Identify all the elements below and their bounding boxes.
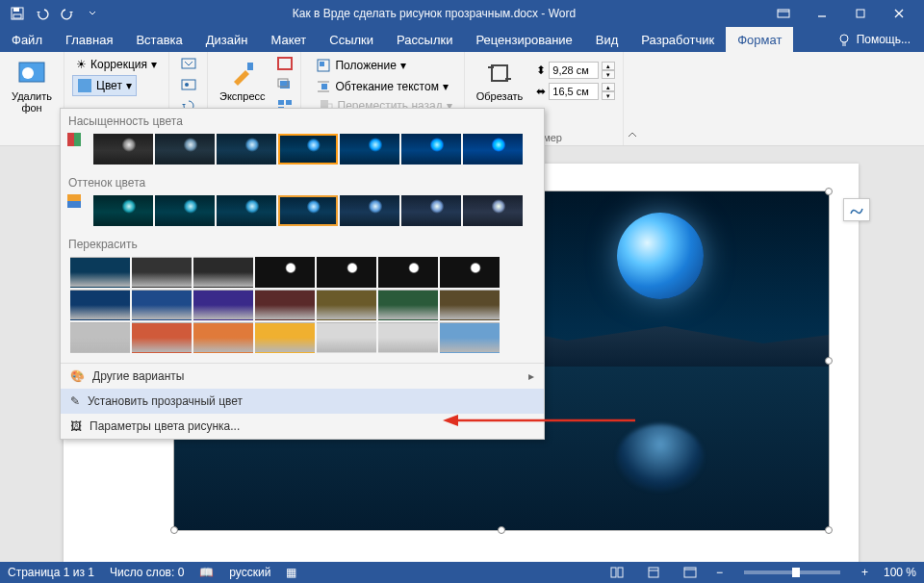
express-styles-button[interactable]: Экспресс (216, 56, 270, 104)
corrections-button[interactable]: ☀Коррекция▾ (72, 56, 161, 73)
color-thumb[interactable] (340, 195, 399, 226)
color-thumb[interactable] (440, 290, 500, 320)
color-thumb[interactable] (193, 322, 253, 353)
color-thumb[interactable] (155, 195, 215, 226)
macro-icon[interactable]: ▦ (286, 566, 296, 579)
ribbon-display-button[interactable] (764, 0, 803, 27)
set-transparent-color-item[interactable]: ✎Установить прозрачный цвет (61, 389, 544, 414)
spin-down[interactable]: ▾ (602, 91, 615, 100)
position-button[interactable]: Положение▾ (312, 56, 409, 75)
color-thumb[interactable] (132, 257, 192, 288)
close-button[interactable] (880, 0, 918, 27)
width-input[interactable]: ⬌▴▾ (536, 83, 615, 100)
color-thumb[interactable] (70, 257, 130, 288)
tab-mailings[interactable]: Рассылки (385, 27, 464, 52)
picture-border-icon[interactable] (277, 56, 293, 71)
color-thumb[interactable] (217, 195, 276, 226)
color-thumb[interactable] (378, 322, 438, 353)
color-thumb[interactable] (93, 134, 153, 165)
group-remove-bg: Удалить фон (0, 52, 64, 145)
compress-icon[interactable] (181, 56, 196, 71)
chevron-down-icon: ▾ (443, 80, 449, 93)
resize-handle[interactable] (825, 357, 833, 365)
zoom-slider[interactable] (744, 570, 840, 574)
color-thumb[interactable] (255, 290, 315, 320)
tab-review[interactable]: Рецензирование (464, 27, 583, 52)
tab-developer[interactable]: Разработчик (629, 27, 726, 52)
tab-file[interactable]: Файл (0, 27, 54, 52)
save-button[interactable] (6, 2, 29, 25)
redo-button[interactable] (56, 2, 79, 25)
spin-up[interactable]: ▴ (602, 83, 615, 91)
color-thumb[interactable] (278, 195, 338, 226)
zoom-in-button[interactable]: + (861, 566, 868, 579)
color-thumb[interactable] (440, 322, 500, 353)
maximize-button[interactable] (841, 0, 880, 27)
spin-up[interactable]: ▴ (602, 62, 615, 70)
zoom-level[interactable]: 100 % (884, 566, 916, 579)
word-count[interactable]: Число слов: 0 (110, 566, 184, 579)
tab-view[interactable]: Вид (584, 27, 630, 52)
read-mode-button[interactable] (606, 564, 628, 581)
wrap-text-button[interactable]: Обтекание текстом▾ (312, 77, 451, 96)
svg-rect-15 (182, 59, 195, 68)
height-icon: ⬍ (536, 63, 546, 77)
spin-down[interactable]: ▾ (602, 70, 615, 79)
qat-customize[interactable] (81, 2, 104, 25)
resize-handle[interactable] (498, 526, 505, 534)
crop-button[interactable]: Обрезать (473, 56, 527, 104)
color-thumb[interactable] (440, 257, 500, 288)
tab-layout[interactable]: Макет (259, 27, 318, 52)
tab-design[interactable]: Дизайн (194, 27, 260, 52)
layout-options-button[interactable] (843, 198, 870, 221)
language-status[interactable]: русский (229, 566, 270, 579)
color-thumb[interactable] (278, 134, 338, 165)
resize-handle[interactable] (170, 526, 178, 534)
color-thumb[interactable] (93, 195, 153, 226)
tab-references[interactable]: Ссылки (318, 27, 385, 52)
color-thumb[interactable] (193, 290, 253, 320)
color-thumb[interactable] (132, 290, 192, 320)
tab-format[interactable]: Формат (726, 27, 793, 52)
color-thumb[interactable] (155, 134, 215, 165)
minimize-button[interactable] (803, 0, 841, 27)
page-status[interactable]: Страница 1 из 1 (8, 566, 94, 579)
chevron-down-icon: ▾ (400, 59, 406, 72)
color-thumb[interactable] (317, 290, 376, 320)
web-layout-button[interactable] (680, 564, 701, 581)
collapse-ribbon-button[interactable] (624, 52, 641, 146)
color-thumb[interactable] (401, 134, 461, 165)
remove-background-button[interactable]: Удалить фон (8, 56, 56, 115)
color-thumb[interactable] (317, 257, 376, 288)
spellcheck-icon[interactable]: 📖 (199, 566, 214, 579)
color-thumb[interactable] (255, 257, 315, 288)
color-thumb[interactable] (70, 322, 130, 353)
svg-rect-45 (618, 568, 623, 577)
more-variants-item[interactable]: 🎨Другие варианты▸ (61, 364, 544, 389)
color-thumb[interactable] (463, 134, 523, 165)
color-thumb[interactable] (401, 195, 461, 226)
help-tell-me[interactable]: Помощь... (824, 27, 924, 52)
change-picture-icon[interactable] (181, 77, 196, 92)
color-thumb[interactable] (217, 134, 276, 165)
color-thumb[interactable] (255, 322, 315, 353)
color-thumb[interactable] (378, 290, 438, 320)
color-thumb[interactable] (317, 322, 376, 353)
color-thumb[interactable] (340, 134, 399, 165)
tab-home[interactable]: Главная (54, 27, 124, 52)
resize-handle[interactable] (825, 526, 833, 534)
print-layout-button[interactable] (643, 564, 664, 581)
undo-button[interactable] (31, 2, 54, 25)
color-button[interactable]: Цвет▾ (72, 75, 137, 96)
zoom-out-button[interactable]: − (716, 566, 723, 579)
color-thumb[interactable] (193, 257, 253, 288)
picture-color-options-item[interactable]: 🖼Параметры цвета рисунка... (61, 414, 544, 439)
picture-effects-icon[interactable] (277, 77, 293, 92)
height-input[interactable]: ⬍▴▾ (536, 62, 615, 79)
color-thumb[interactable] (463, 195, 523, 226)
tab-insert[interactable]: Вставка (124, 27, 193, 52)
color-thumb[interactable] (378, 257, 438, 288)
color-thumb[interactable] (132, 322, 192, 353)
resize-handle[interactable] (825, 188, 833, 195)
color-thumb[interactable] (70, 290, 130, 320)
